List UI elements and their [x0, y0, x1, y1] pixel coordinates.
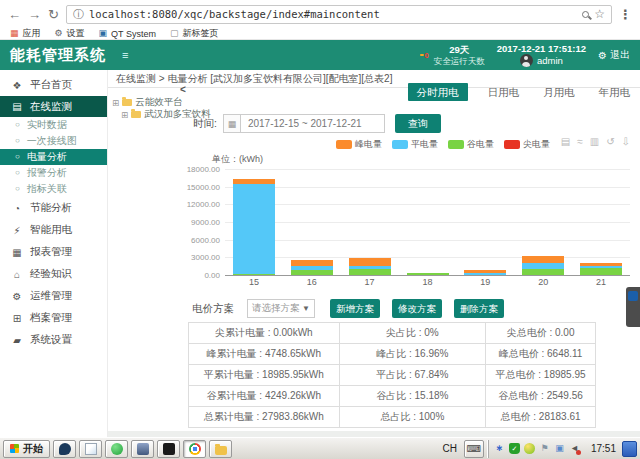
legend-item[interactable]: 平电量: [392, 138, 438, 151]
price-plan-select[interactable]: 请选择方案 ▼: [247, 299, 315, 318]
delete-plan-button[interactable]: 删除方案: [454, 299, 504, 318]
sidebar-item-ops-mgmt[interactable]: ⚙运维管理: [0, 285, 107, 307]
sidebar-item-realtime-data[interactable]: ○实时数据: [0, 117, 107, 133]
back-icon[interactable]: ←: [8, 8, 21, 21]
shield-tray-icon[interactable]: ✓: [509, 443, 520, 454]
tab-日用电[interactable]: 日用电: [484, 83, 524, 101]
misc-tray-icon[interactable]: ∗: [494, 443, 505, 454]
restore-icon[interactable]: ↺: [606, 136, 614, 147]
page-icon: ▢: [170, 29, 179, 38]
floating-dock-widget[interactable]: [626, 287, 640, 327]
radio-circle-icon: ○: [15, 121, 20, 129]
bar-segment[interactable]: [580, 266, 622, 268]
net-tray-icon[interactable]: ▣: [554, 443, 565, 454]
bookmark-star-icon[interactable]: ☆: [594, 7, 605, 21]
expand-icon[interactable]: ⊞: [121, 110, 128, 120]
username: admin: [537, 55, 563, 67]
y-tick-label: 3000.00: [191, 253, 220, 262]
line-switch-icon[interactable]: ≈: [577, 136, 583, 147]
sidebar-item-online-monitor[interactable]: ▤在线监测: [0, 96, 107, 117]
sidebar-item-archive-mgmt[interactable]: ⊞档案管理: [0, 307, 107, 329]
expand-icon[interactable]: ⊞: [112, 98, 119, 108]
qq-taskbar-button[interactable]: [105, 440, 128, 458]
photos-taskbar-button[interactable]: [79, 440, 102, 458]
sidebar-item-smart-power[interactable]: ⚡智能用电: [0, 219, 107, 241]
show-desktop-button[interactable]: [622, 441, 637, 457]
sidebar-item-report-mgmt[interactable]: ▦报表管理: [0, 241, 107, 263]
url-text[interactable]: localhost:8080/xqc/backstage/index#mainc…: [89, 8, 577, 20]
bar-segment[interactable]: [291, 266, 333, 270]
bar-segment[interactable]: [522, 263, 564, 269]
bar-segment[interactable]: [522, 256, 564, 263]
bar-segment[interactable]: [349, 266, 391, 269]
data-view-icon[interactable]: ▤: [561, 136, 570, 147]
sidebar-item-wiring-diagram[interactable]: ○一次接线图: [0, 133, 107, 149]
bar-segment[interactable]: [291, 260, 333, 266]
price-plan-label: 电价方案: [192, 302, 234, 316]
legend-item[interactable]: 谷电量: [448, 138, 494, 151]
add-plan-button[interactable]: 新增方案: [330, 299, 380, 318]
bar-segment[interactable]: [464, 273, 506, 274]
windows-logo-icon: [10, 444, 19, 453]
sidebar-item-power-analysis[interactable]: ○电量分析: [0, 149, 107, 165]
edit-plan-button[interactable]: 修改方案: [392, 299, 442, 318]
date-range-input[interactable]: 2017-12-15 ~ 2017-12-21: [240, 114, 385, 133]
mute-tray-icon[interactable]: ◄: [569, 443, 580, 454]
bar-segment[interactable]: [580, 268, 622, 275]
player-taskbar-button[interactable]: [131, 440, 154, 458]
thunder-taskbar-button[interactable]: [53, 440, 76, 458]
forward-icon[interactable]: →: [28, 8, 41, 21]
sidebar-item-indicator-relation[interactable]: ○指标关联: [0, 181, 107, 197]
legend-label: 峰电量: [355, 138, 382, 151]
bar-segment[interactable]: [407, 273, 449, 275]
folder-taskbar-button[interactable]: [209, 440, 232, 458]
sidebar: ❖平台首页▤在线监测○实时数据○一次接线图○电量分析○报警分析○指标关联◔节能分…: [0, 70, 108, 437]
legend-item[interactable]: 峰电量: [336, 138, 382, 151]
eco-tray-icon[interactable]: [524, 443, 535, 454]
language-indicator[interactable]: CH: [440, 443, 460, 454]
query-button[interactable]: 查询: [395, 114, 441, 133]
tree-collapse-icon[interactable]: <: [180, 84, 186, 95]
bar-segment[interactable]: [349, 269, 391, 275]
user-menu[interactable]: admin: [520, 54, 563, 67]
sidebar-item-knowledge[interactable]: ⌂经验知识: [0, 263, 107, 285]
bar-segment[interactable]: [233, 184, 275, 274]
sidebar-item-energy-saving[interactable]: ◔节能分析: [0, 197, 107, 219]
box-taskbar-button[interactable]: [157, 440, 180, 458]
tab-月用电[interactable]: 月用电: [539, 83, 579, 101]
menu-toggle-icon[interactable]: ≡: [122, 49, 128, 61]
legend-item[interactable]: 尖电量: [504, 138, 550, 151]
sidebar-item-alarm-analysis[interactable]: ○报警分析: [0, 165, 107, 181]
address-bar[interactable]: ⓘ localhost:8080/xqc/backstage/index#mai…: [66, 5, 612, 24]
bar-segment[interactable]: [349, 258, 391, 266]
bar-segment[interactable]: [233, 274, 275, 275]
flag-tray-icon[interactable]: ⚑: [539, 443, 550, 454]
bar-segment[interactable]: [233, 179, 275, 184]
logout-button[interactable]: ⚙ 退出: [598, 48, 630, 62]
bookmark-item[interactable]: ▢新标签页: [170, 27, 219, 40]
bar-segment[interactable]: [464, 270, 506, 273]
calendar-icon[interactable]: ▦: [223, 114, 240, 133]
bookmark-item[interactable]: ▣QT System: [99, 29, 156, 39]
bar-segment[interactable]: [291, 270, 333, 275]
page-info-icon[interactable]: ⓘ: [73, 7, 84, 22]
tab-年用电[interactable]: 年用电: [595, 83, 635, 101]
bar-segment[interactable]: [580, 263, 622, 266]
y-tick-label: 6000.00: [191, 235, 220, 244]
sidebar-item-system-settings[interactable]: ▰系统设置: [0, 329, 107, 351]
bookmark-item[interactable]: ⚙设置: [55, 27, 85, 40]
sidebar-item-platform-home[interactable]: ❖平台首页: [0, 74, 107, 96]
tab-分时用电[interactable]: 分时用电: [408, 83, 468, 101]
reload-icon[interactable]: ↻: [48, 8, 59, 21]
bookmark-item[interactable]: ▦应用: [10, 27, 41, 40]
bar-switch-icon[interactable]: ▥: [590, 136, 599, 147]
chevron-down-icon: ▼: [302, 304, 310, 313]
bar-segment[interactable]: [522, 269, 564, 275]
keyboard-icon[interactable]: ⌨: [464, 440, 484, 458]
search-icon[interactable]: [582, 11, 589, 18]
save-image-icon[interactable]: ⇩: [622, 136, 630, 147]
chrome-taskbar-button[interactable]: [183, 440, 206, 458]
online-icon: ▤: [11, 101, 23, 112]
start-button[interactable]: 开始: [3, 440, 50, 458]
browser-menu-icon[interactable]: ⋮: [619, 7, 632, 22]
